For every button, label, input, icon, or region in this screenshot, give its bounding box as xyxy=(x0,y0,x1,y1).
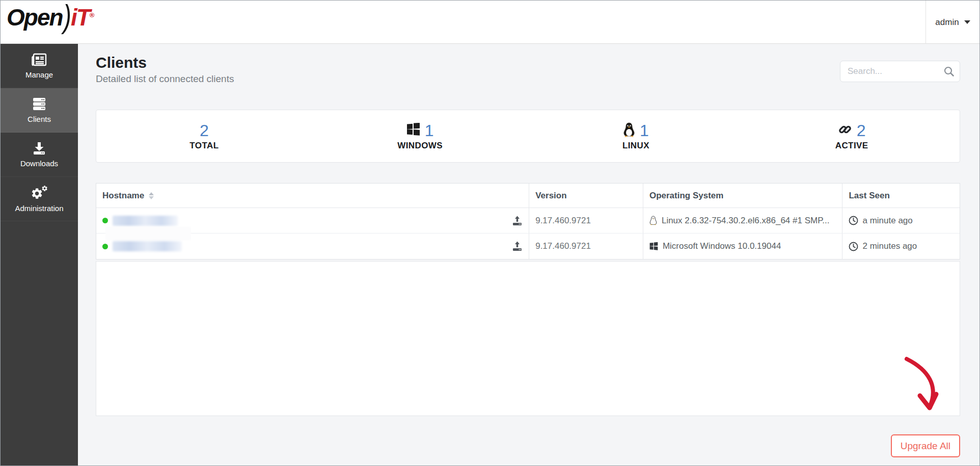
newspaper-icon xyxy=(31,53,47,67)
search-input[interactable] xyxy=(848,61,939,82)
sidebar-item-clients[interactable]: Clients xyxy=(1,88,78,133)
upgrade-client-icon[interactable] xyxy=(512,215,523,226)
stat-label: LINUX xyxy=(622,141,649,151)
client-os: Linux 2.6.32-754.30.2.el6.x86_64 #1 SMP.… xyxy=(662,216,830,226)
redaction-smudge xyxy=(105,227,191,240)
upgrade-client-icon[interactable] xyxy=(512,241,523,252)
sidebar-item-label: Clients xyxy=(28,115,51,123)
user-menu[interactable]: admin xyxy=(925,1,979,44)
column-hostname: Hostname xyxy=(102,191,144,201)
client-version: 9.17.460.9721 xyxy=(535,216,591,226)
user-name: admin xyxy=(935,17,959,28)
stat-label: ACTIVE xyxy=(835,141,868,151)
registered-mark: ® xyxy=(90,11,95,19)
logo-paren: ) xyxy=(64,0,70,35)
sort-asc-icon xyxy=(149,192,154,195)
total-count: 2 xyxy=(200,122,209,139)
windows-count: 1 xyxy=(425,122,434,139)
sidebar-item-administration[interactable]: Administration xyxy=(1,177,78,221)
page-header: Clients Detailed list of connected clien… xyxy=(96,54,234,85)
search-icon[interactable] xyxy=(943,66,955,79)
online-status-dot xyxy=(102,244,108,249)
sort-toggle[interactable] xyxy=(149,192,154,199)
table-row: 9.17.460.9721 Linux 2.6.32-754.30.2.el6.… xyxy=(96,208,960,234)
linux-icon xyxy=(649,216,657,225)
linux-count: 1 xyxy=(640,122,649,139)
table-row: 9.17.460.9721 Microsoft Windows 10.0.190… xyxy=(96,234,960,259)
clock-icon xyxy=(849,216,858,225)
redacted-hostname xyxy=(113,216,178,226)
stats-card: 2 TOTAL 1 WINDOWS 1 xyxy=(96,110,960,163)
table-header-row: Hostname Version Operating System Last S… xyxy=(96,184,960,208)
stat-windows: 1 WINDOWS xyxy=(312,121,528,151)
stat-total: 2 TOTAL xyxy=(96,121,312,151)
download-icon xyxy=(32,141,47,156)
clients-table: Hostname Version Operating System Last S… xyxy=(96,183,960,260)
sort-desc-icon xyxy=(149,196,154,199)
search-box xyxy=(840,61,960,82)
stat-active: 2 ACTIVE xyxy=(744,121,960,151)
linux-icon xyxy=(623,122,635,139)
sidebar: Manage Clients Downloads Administration xyxy=(1,44,78,465)
column-os: Operating System xyxy=(649,191,724,201)
chevron-down-icon xyxy=(964,20,970,24)
column-version: Version xyxy=(535,191,566,201)
page-subtitle: Detailed list of connected clients xyxy=(96,73,234,85)
sidebar-item-manage[interactable]: Manage xyxy=(1,44,78,88)
last-seen-value: 2 minutes ago xyxy=(862,241,917,251)
active-count: 2 xyxy=(857,122,866,139)
sidebar-item-label: Administration xyxy=(15,204,63,213)
link-icon xyxy=(838,122,852,139)
app-window: Open)iT® admin Manage Clients Downloads xyxy=(0,0,980,466)
windows-icon xyxy=(649,242,658,251)
sidebar-item-label: Manage xyxy=(25,70,53,79)
column-last-seen: Last Seen xyxy=(849,191,889,201)
gears-icon xyxy=(30,185,48,200)
upgrade-all-button[interactable]: Upgrade All xyxy=(891,434,960,457)
stat-linux: 1 LINUX xyxy=(528,121,744,151)
client-os: Microsoft Windows 10.0.19044 xyxy=(663,241,781,251)
stat-label: TOTAL xyxy=(189,141,219,151)
logo-open-text: Open xyxy=(7,4,63,31)
logo-it-text: iT xyxy=(71,4,90,31)
page-title: Clients xyxy=(96,54,234,71)
sidebar-item-label: Downloads xyxy=(20,159,58,168)
openit-logo: Open)iT® xyxy=(7,4,94,31)
servers-icon xyxy=(31,97,47,111)
top-bar: Open)iT® admin xyxy=(1,1,979,44)
client-version: 9.17.460.9721 xyxy=(535,241,591,251)
sidebar-item-downloads[interactable]: Downloads xyxy=(1,133,78,177)
empty-content-panel xyxy=(96,261,960,416)
stat-label: WINDOWS xyxy=(397,141,443,151)
clock-icon xyxy=(849,242,858,251)
main-content: Clients Detailed list of connected clien… xyxy=(78,44,979,465)
redacted-hostname xyxy=(113,241,182,251)
windows-icon xyxy=(406,123,420,139)
online-status-dot xyxy=(102,218,108,223)
last-seen-value: a minute ago xyxy=(862,216,912,226)
